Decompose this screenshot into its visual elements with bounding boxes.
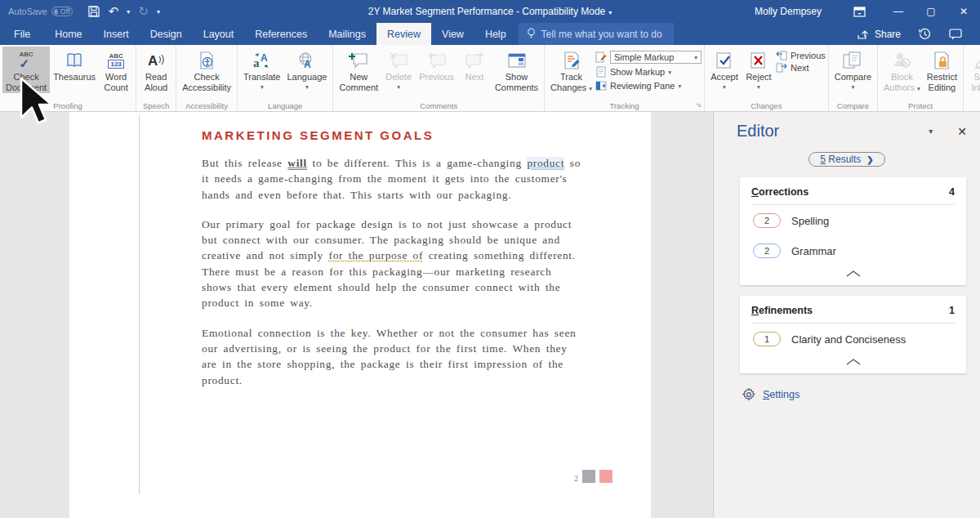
svg-text:A: A: [304, 59, 311, 69]
previous-change-button[interactable]: Previous: [776, 51, 826, 60]
word-count-button[interactable]: ABC123 Word Count: [99, 47, 133, 93]
editor-pane: Editor ▾ ✕ 5 Results ❯ Corrections 4 2 S…: [713, 112, 980, 518]
group-speech: A Read Aloud Speech: [136, 45, 176, 111]
grammar-count-badge: 2: [753, 243, 781, 258]
read-aloud-button[interactable]: A Read Aloud: [139, 47, 173, 93]
editor-settings-button[interactable]: Settings: [742, 388, 980, 401]
compare-button[interactable]: Compare ▾: [831, 47, 875, 91]
thesaurus-button[interactable]: Thesaurus: [50, 47, 99, 93]
minimize-button[interactable]: —: [882, 0, 915, 23]
word-count-icon: ABC123: [108, 49, 123, 72]
qat-customize-icon[interactable]: ▾: [157, 8, 160, 16]
accept-icon: [715, 49, 733, 72]
pane-close-icon[interactable]: ✕: [957, 125, 967, 138]
tell-me-label: Tell me what you want to do: [541, 29, 662, 40]
block-authors-button: Block Authors ▾: [880, 47, 924, 93]
grammar-mark-product[interactable]: product: [527, 157, 564, 169]
corrections-collapse-icon[interactable]: [751, 266, 955, 282]
paragraph-1: But this release will to be different. T…: [202, 155, 586, 203]
corrections-count: 4: [949, 186, 955, 198]
clarity-mark[interactable]: for the purpose of: [328, 249, 423, 261]
svg-text:a: a: [253, 56, 260, 69]
word-window: AutoSave Off ↶ ▾ ↻ ▾ 2Y Market Segment P…: [0, 0, 980, 518]
tab-insert[interactable]: Insert: [93, 23, 140, 45]
results-button[interactable]: 5 Results ❯: [808, 152, 884, 167]
next-comment-icon: [465, 49, 484, 72]
document-page[interactable]: MARKETING SEGMENT GOALS But this release…: [69, 112, 651, 518]
tab-layout[interactable]: Layout: [193, 23, 245, 45]
show-comments-button[interactable]: Show Comments: [492, 47, 541, 93]
tab-mailings[interactable]: Mailings: [318, 23, 376, 45]
autosave-switch-icon[interactable]: Off: [51, 7, 73, 16]
reviewing-pane-button[interactable]: Reviewing Pane ▾: [595, 80, 702, 92]
group-ink: Start Inking Hide Ink Ink: [964, 45, 980, 111]
corrections-title: Corrections: [751, 186, 808, 198]
grammar-mark-will[interactable]: will: [287, 157, 307, 169]
undo-button[interactable]: ↶: [109, 4, 119, 19]
show-markup-icon: [595, 66, 607, 78]
share-button[interactable]: Share: [857, 29, 901, 40]
undo-dropdown-icon[interactable]: ▾: [127, 8, 130, 16]
quick-access-toolbar: ↶ ▾ ↻ ▾: [87, 4, 160, 19]
autosave-state: Off: [60, 7, 70, 16]
display-for-review-row: Simple Markup ▾: [595, 51, 702, 64]
accept-button[interactable]: Accept ▾: [707, 47, 742, 91]
save-icon[interactable]: [87, 5, 100, 18]
user-name[interactable]: Molly Dempsey: [755, 6, 822, 17]
ribbon-review: ABC✓ Check Document Thesaurus ABC123 Wor…: [0, 45, 980, 112]
refinements-title: Refinements: [751, 305, 813, 316]
tab-references[interactable]: References: [244, 23, 318, 45]
new-comment-icon: [348, 49, 369, 72]
spelling-item[interactable]: 2 Spelling: [751, 205, 955, 235]
tracking-dialog-launcher-icon[interactable]: ⇘: [696, 101, 702, 109]
restrict-editing-icon: [933, 49, 950, 72]
start-inking-button: Start Inking: [966, 47, 980, 93]
corrections-card: Corrections 4 2 Spelling 2 Grammar: [740, 177, 966, 285]
thesaurus-icon: [65, 49, 83, 72]
title-dropdown-icon[interactable]: ▾: [608, 9, 612, 16]
close-button[interactable]: ✕: [947, 0, 980, 23]
tab-view[interactable]: View: [431, 23, 474, 45]
document-body[interactable]: MARKETING SEGMENT GOALS But this release…: [202, 128, 586, 402]
history-icon[interactable]: [919, 28, 931, 40]
display-for-review-select[interactable]: Simple Markup ▾: [610, 51, 702, 64]
ribbon-tab-row: File Home Insert Design Layout Reference…: [0, 23, 980, 45]
lightbulb-icon: [527, 28, 536, 40]
new-comment-button[interactable]: New Comment: [336, 47, 381, 93]
reject-button[interactable]: Reject ▾: [742, 47, 776, 91]
restrict-editing-button[interactable]: Restrict Editing: [924, 47, 960, 93]
gear-icon: [742, 388, 755, 401]
delete-comment-button: Delete ▾: [381, 47, 416, 91]
clarity-item[interactable]: 1 Clarity and Conciseness: [751, 324, 955, 354]
show-comments-icon: [507, 49, 527, 72]
translate-button[interactable]: aA Translate ▾: [240, 47, 283, 91]
previous-change-icon: [776, 51, 787, 60]
comments-panel-icon[interactable]: [949, 29, 962, 40]
maximize-button[interactable]: ▢: [915, 0, 947, 23]
next-change-button[interactable]: Next: [776, 63, 826, 73]
refinements-count: 1: [949, 305, 955, 316]
grammar-item[interactable]: 2 Grammar: [751, 235, 955, 266]
title-bar: AutoSave Off ↶ ▾ ↻ ▾ 2Y Market Segment P…: [0, 0, 980, 23]
group-protect: Block Authors ▾ Restrict Editing Protect: [878, 45, 964, 111]
pane-options-icon[interactable]: ▾: [929, 127, 933, 136]
tab-home[interactable]: Home: [44, 23, 92, 45]
track-changes-button[interactable]: Track Changes ▾: [547, 47, 595, 93]
tab-review[interactable]: Review: [376, 23, 431, 45]
tell-me-box[interactable]: Tell me what you want to do: [519, 23, 674, 45]
tab-design[interactable]: Design: [140, 23, 193, 45]
refinements-collapse-icon[interactable]: [751, 354, 955, 370]
show-markup-button[interactable]: Show Markup ▾: [595, 66, 702, 78]
language-button[interactable]: A Language ▾: [283, 47, 330, 91]
check-accessibility-button[interactable]: Check Accessibility: [179, 47, 234, 93]
tab-help[interactable]: Help: [474, 23, 517, 45]
language-icon: A: [297, 49, 317, 72]
footer-square-gray: [582, 470, 595, 483]
tab-file[interactable]: File: [0, 23, 44, 45]
next-comment-button: Next: [457, 47, 492, 93]
check-accessibility-icon: [198, 49, 215, 72]
paragraph-3: Emotional connection is the key. Whether…: [202, 325, 586, 388]
ribbon-display-options-icon[interactable]: [843, 0, 875, 23]
page-footer: 2: [574, 470, 612, 483]
autosave-toggle[interactable]: AutoSave Off: [8, 7, 73, 16]
